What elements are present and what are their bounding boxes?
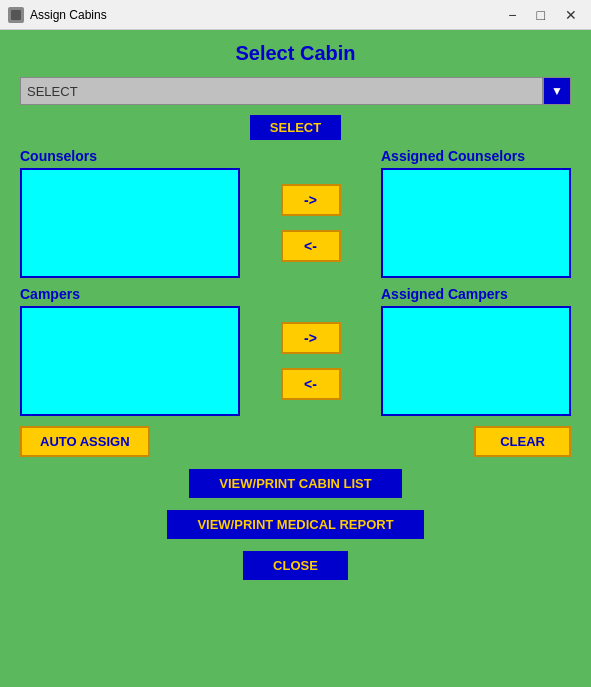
bottom-action-row: AUTO ASSIGN CLEAR <box>20 424 571 459</box>
counselors-labels-row: Counselors Assigned Counselors <box>20 148 571 164</box>
counselors-section: Counselors Assigned Counselors -> <- <box>20 148 571 278</box>
campers-labels-row: Campers Assigned Campers <box>20 286 571 302</box>
unassign-counselor-button[interactable]: <- <box>281 230 341 262</box>
view-print-medical-button[interactable]: VIEW/PRINT MEDICAL REPORT <box>167 510 423 539</box>
counselors-label: Counselors <box>20 148 97 164</box>
counselors-list[interactable] <box>20 168 240 278</box>
campers-arrow-col: -> <- <box>240 306 381 416</box>
cabin-dropdown[interactable]: SELECT <box>20 77 543 105</box>
assigned-campers-label: Assigned Campers <box>381 286 571 302</box>
assign-counselor-button[interactable]: -> <box>281 184 341 216</box>
title-bar-text: Assign Cabins <box>30 8 502 22</box>
window-close-button[interactable]: ✕ <box>559 6 583 24</box>
campers-section: Campers Assigned Campers -> <- <box>20 286 571 416</box>
dropdown-arrow-icon[interactable]: ▼ <box>543 77 571 105</box>
page-title: Select Cabin <box>235 42 355 65</box>
unassign-camper-button[interactable]: <- <box>281 368 341 400</box>
cabin-select-row: SELECT ▼ <box>20 77 571 105</box>
close-button[interactable]: CLOSE <box>243 551 348 580</box>
campers-list[interactable] <box>20 306 240 416</box>
campers-row: -> <- <box>20 306 571 416</box>
campers-label: Campers <box>20 286 80 302</box>
maximize-button[interactable]: □ <box>531 6 551 24</box>
view-print-cabin-button[interactable]: VIEW/PRINT CABIN LIST <box>189 469 401 498</box>
assigned-campers-list[interactable] <box>381 306 571 416</box>
auto-assign-button[interactable]: AUTO ASSIGN <box>20 426 150 457</box>
main-content: Select Cabin SELECT ▼ SELECT Counselors … <box>0 30 591 687</box>
assign-camper-button[interactable]: -> <box>281 322 341 354</box>
minimize-button[interactable]: − <box>502 6 522 24</box>
counselors-row: -> <- <box>20 168 571 278</box>
title-bar: Assign Cabins − □ ✕ <box>0 0 591 30</box>
assigned-counselors-list[interactable] <box>381 168 571 278</box>
svg-rect-0 <box>11 10 21 20</box>
counselors-arrow-col: -> <- <box>240 168 381 278</box>
app-icon <box>8 7 24 23</box>
title-bar-controls: − □ ✕ <box>502 6 583 24</box>
assigned-counselors-label: Assigned Counselors <box>381 148 571 164</box>
select-button[interactable]: SELECT <box>250 115 341 140</box>
clear-button[interactable]: CLEAR <box>474 426 571 457</box>
